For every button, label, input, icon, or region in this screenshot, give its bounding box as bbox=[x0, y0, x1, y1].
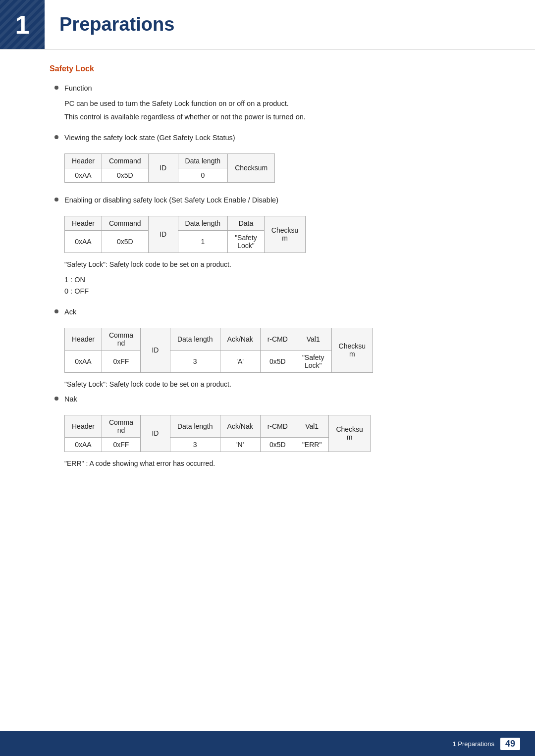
table3-td-header: 0xAA bbox=[65, 350, 102, 372]
page-footer: 1 Preparations 49 bbox=[0, 731, 535, 756]
bullet-ack-label: Ack bbox=[64, 307, 76, 318]
table4-td-header: 0xAA bbox=[65, 437, 102, 452]
table3-td-rcmd: 0x5D bbox=[260, 350, 295, 372]
bullet-dot-nak bbox=[54, 397, 58, 401]
table4-td-rcmd: 0x5D bbox=[260, 437, 295, 452]
chapter-title: Preparations bbox=[59, 14, 174, 35]
table3-td-command: 0xFF bbox=[102, 350, 140, 372]
bullet-dot-ack bbox=[54, 309, 58, 313]
table4-td-val1: "ERR" bbox=[295, 437, 329, 452]
table2-td-data: "SafetyLock" bbox=[228, 230, 265, 252]
table1-td-command: 0x5D bbox=[102, 168, 148, 182]
main-content: Safety Lock Function PC can be used to t… bbox=[0, 64, 535, 503]
bullet-dot-function bbox=[54, 86, 58, 90]
table2-td-command: 0x5D bbox=[102, 230, 148, 252]
table1-th-command: Command bbox=[102, 153, 148, 168]
function-line-2: This control is available regardless of … bbox=[64, 111, 495, 123]
bullet-enabling-label: Enabling or disabling safety lock (Set S… bbox=[64, 195, 278, 206]
table2-td-header: 0xAA bbox=[65, 230, 102, 252]
table4-td-command: 0xFF bbox=[102, 437, 140, 452]
table4-wrapper: Header Command ID Data length Ack/Nak r-… bbox=[64, 415, 371, 452]
table1-th-id: ID bbox=[148, 153, 178, 182]
table4-th-val1: Val1 bbox=[295, 415, 329, 437]
table3-th-datalength: Data length bbox=[170, 328, 220, 350]
table2-th-data: Data bbox=[228, 216, 265, 230]
table4-th-command: Command bbox=[102, 415, 140, 437]
table2-th-header: Header bbox=[65, 216, 102, 230]
table1-th-checksum: Checksum bbox=[228, 153, 275, 182]
table1-td-header: 0xAA bbox=[65, 168, 102, 182]
chapter-title-area: Preparations bbox=[45, 0, 535, 49]
table4: Header Command ID Data length Ack/Nak r-… bbox=[64, 415, 371, 452]
section-title: Safety Lock bbox=[50, 64, 495, 73]
table2-th-checksum: Checksum bbox=[264, 216, 305, 252]
safety-lock-desc2: "Safety Lock": Safety lock code to be se… bbox=[64, 380, 495, 388]
table2-th-command: Command bbox=[102, 216, 148, 230]
err-desc: "ERR" : A code showing what error has oc… bbox=[64, 459, 495, 467]
bullet-nak: Nak bbox=[54, 394, 495, 405]
table3: Header Command ID Data length Ack/Nak r-… bbox=[64, 328, 373, 373]
table2-th-id: ID bbox=[148, 216, 178, 252]
val-0-off: 0 : OFF bbox=[64, 286, 495, 297]
table2-wrapper: Header Command ID Data length Data Check… bbox=[64, 216, 306, 253]
bullet-enabling: Enabling or disabling safety lock (Set S… bbox=[54, 195, 495, 206]
bullet-ack: Ack bbox=[54, 307, 495, 318]
table1-th-datalength: Data length bbox=[178, 153, 228, 168]
bullet-dot-viewing bbox=[54, 135, 58, 139]
table1-wrapper: Header Command ID Data length Checksum 0… bbox=[64, 153, 275, 183]
bullet-function: Function bbox=[54, 83, 495, 94]
val-1-on: 1 : ON bbox=[64, 274, 495, 286]
table3-td-acknak: 'A' bbox=[220, 350, 260, 372]
table4-th-datalength: Data length bbox=[170, 415, 220, 437]
bullet-viewing-label: Viewing the safety lock state (Get Safet… bbox=[64, 133, 235, 144]
table4-th-checksum: Checksum bbox=[329, 415, 370, 452]
table4-td-acknak: 'N' bbox=[220, 437, 260, 452]
table3-th-val1: Val1 bbox=[295, 328, 331, 350]
safety-lock-desc1: "Safety Lock": Safety lock code to be se… bbox=[64, 260, 495, 268]
page-header: 1 Preparations bbox=[0, 0, 535, 50]
table4-th-header: Header bbox=[65, 415, 102, 437]
table3-th-id: ID bbox=[140, 328, 170, 372]
footer-section-label: 1 Preparations bbox=[452, 740, 494, 748]
table1: Header Command ID Data length Checksum 0… bbox=[64, 153, 275, 183]
table2: Header Command ID Data length Data Check… bbox=[64, 216, 306, 253]
table2-td-datalength: 1 bbox=[178, 230, 228, 252]
bullet-function-label: Function bbox=[64, 83, 92, 94]
chapter-number: 1 bbox=[15, 10, 30, 40]
table3-th-acknak: Ack/Nak bbox=[220, 328, 260, 350]
table4-th-rcmd: r-CMD bbox=[260, 415, 295, 437]
table3-th-rcmd: r-CMD bbox=[260, 328, 295, 350]
chapter-number-block: 1 bbox=[0, 0, 45, 49]
table3-th-checksum: Checksum bbox=[331, 328, 373, 372]
table2-th-datalength: Data length bbox=[178, 216, 228, 230]
table4-th-id: ID bbox=[140, 415, 170, 452]
table1-th-header: Header bbox=[65, 153, 102, 168]
table3-th-header: Header bbox=[65, 328, 102, 350]
bullet-dot-enabling bbox=[54, 198, 58, 202]
table3-td-datalength: 3 bbox=[170, 350, 220, 372]
footer-page-number: 49 bbox=[500, 738, 520, 750]
bullet-viewing: Viewing the safety lock state (Get Safet… bbox=[54, 133, 495, 144]
function-line-1: PC can be used to turn the Safety Lock f… bbox=[64, 98, 495, 109]
table1-td-datalength: 0 bbox=[178, 168, 228, 182]
table3-th-command: Command bbox=[102, 328, 140, 350]
table3-td-val1: "SafetyLock" bbox=[295, 350, 331, 372]
table4-th-acknak: Ack/Nak bbox=[220, 415, 260, 437]
bullet-nak-label: Nak bbox=[64, 394, 77, 405]
table4-td-datalength: 3 bbox=[170, 437, 220, 452]
table3-wrapper: Header Command ID Data length Ack/Nak r-… bbox=[64, 328, 373, 373]
